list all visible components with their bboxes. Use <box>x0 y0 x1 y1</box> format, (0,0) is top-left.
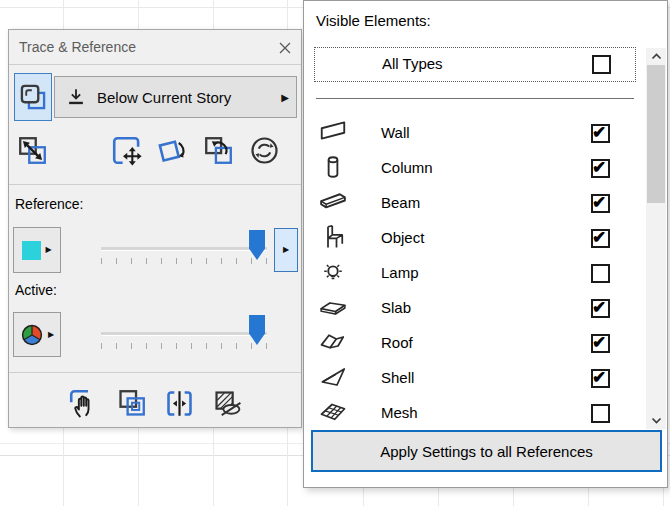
active-label: Active: <box>15 282 57 298</box>
reference-expand-button[interactable]: ▶ <box>274 228 298 272</box>
scrollbar-thumb[interactable] <box>647 65 665 203</box>
element-row-column[interactable]: Column ✔ <box>304 151 646 186</box>
drag-reference-button[interactable] <box>66 385 100 421</box>
all-types-checkbox[interactable] <box>592 55 611 74</box>
reference-color-swatch <box>22 241 41 260</box>
slider-ticks <box>101 258 267 264</box>
chevron-right-icon: ▶ <box>48 331 54 339</box>
trace-toolbar-bottom <box>9 384 301 422</box>
switch-reference-and-active-icon <box>17 135 48 166</box>
download-icon <box>65 86 87 108</box>
scroll-up-button[interactable] <box>646 48 666 65</box>
reference-story-label: Below Current Story <box>97 89 281 106</box>
lamp-checkbox[interactable] <box>591 264 610 283</box>
active-color-pie-icon <box>20 323 44 347</box>
trace-reference-palette: Trace & Reference Below Current Story ▶ … <box>8 29 302 428</box>
shell-checkbox[interactable]: ✔ <box>591 369 610 388</box>
roof-checkbox[interactable]: ✔ <box>591 334 610 353</box>
element-row-wall[interactable]: Wall ✔ <box>304 116 646 151</box>
move-reference-icon <box>111 135 142 166</box>
shell-icon <box>318 363 348 393</box>
hide-reference-fills-icon <box>212 388 243 419</box>
trace-toggle-icon <box>19 83 47 111</box>
element-label: Column <box>381 159 433 176</box>
reference-story-dropdown[interactable]: Below Current Story ▶ <box>54 76 297 118</box>
column-checkbox[interactable]: ✔ <box>591 159 610 178</box>
divider <box>9 372 301 373</box>
active-color-button[interactable]: ▶ <box>13 312 61 357</box>
element-label: Wall <box>381 124 410 141</box>
split-reference-icon <box>164 388 195 419</box>
hide-reference-fills-button[interactable] <box>210 385 244 421</box>
reset-reference-position-icon <box>203 135 234 166</box>
mesh-icon <box>318 398 348 426</box>
make-reference-transparent-button[interactable] <box>114 385 148 421</box>
chevron-right-icon: ▶ <box>283 246 289 254</box>
divider <box>9 184 301 185</box>
chevron-right-icon: ▶ <box>45 246 51 254</box>
object-checkbox[interactable]: ✔ <box>591 229 610 248</box>
slider-ticks <box>101 343 267 349</box>
beam-checkbox[interactable]: ✔ <box>591 194 610 213</box>
object-icon <box>318 223 348 253</box>
switch-reference-and-active-button[interactable] <box>15 132 49 168</box>
element-label: Object <box>381 229 424 246</box>
divider <box>9 64 301 65</box>
slider-thumb[interactable] <box>249 230 265 260</box>
element-row-object[interactable]: Object ✔ <box>304 221 646 256</box>
element-row-shell[interactable]: Shell ✔ <box>304 361 646 396</box>
chevron-up-icon <box>651 53 662 60</box>
split-reference-button[interactable] <box>162 385 196 421</box>
element-label: Mesh <box>381 404 418 421</box>
roof-icon <box>318 328 348 358</box>
make-reference-transparent-icon <box>116 388 147 419</box>
element-label: Lamp <box>381 264 419 281</box>
slab-checkbox[interactable]: ✔ <box>591 299 610 318</box>
slab-icon <box>318 293 348 323</box>
visible-elements-panel: Visible Elements: All Types Wall ✔ Colum… <box>303 0 668 488</box>
slider-track[interactable] <box>101 332 267 336</box>
reference-label: Reference: <box>15 196 83 212</box>
element-row-roof[interactable]: Roof ✔ <box>304 326 646 361</box>
rebuild-reference-button[interactable] <box>247 132 281 168</box>
lamp-icon <box>318 258 348 288</box>
rotate-reference-icon <box>157 135 188 166</box>
scroll-down-button[interactable] <box>646 412 666 429</box>
reference-opacity-slider[interactable] <box>101 227 267 273</box>
move-reference-button[interactable] <box>109 132 143 168</box>
element-row-lamp[interactable]: Lamp <box>304 256 646 291</box>
element-label: Shell <box>381 369 414 386</box>
element-label: Slab <box>381 299 411 316</box>
trace-toggle-button[interactable] <box>14 73 52 121</box>
element-label: Beam <box>381 194 420 211</box>
element-row-slab[interactable]: Slab ✔ <box>304 291 646 326</box>
apply-settings-button[interactable]: Apply Settings to all References <box>311 430 662 472</box>
slider-track[interactable] <box>101 247 267 251</box>
chevron-down-icon <box>651 417 662 424</box>
active-opacity-slider[interactable] <box>101 312 267 358</box>
all-types-row[interactable]: All Types <box>314 47 636 82</box>
chevron-right-icon: ▶ <box>281 92 289 103</box>
visible-elements-title: Visible Elements: <box>316 12 431 29</box>
element-label: Roof <box>381 334 413 351</box>
column-icon <box>318 153 348 183</box>
palette-title: Trace & Reference <box>19 39 136 55</box>
palette-titlebar[interactable]: Trace & Reference <box>9 30 301 64</box>
rotate-reference-button[interactable] <box>155 132 189 168</box>
wall-checkbox[interactable]: ✔ <box>591 124 610 143</box>
rebuild-reference-icon <box>249 135 280 166</box>
close-icon[interactable] <box>275 38 295 58</box>
mesh-checkbox[interactable] <box>591 404 610 423</box>
all-types-label: All Types <box>382 55 443 72</box>
element-row-beam[interactable]: Beam ✔ <box>304 186 646 221</box>
wall-icon <box>318 118 348 148</box>
slider-thumb[interactable] <box>249 315 265 345</box>
canvas: Trace & Reference Below Current Story ▶ … <box>0 0 670 506</box>
reference-color-button[interactable]: ▶ <box>13 227 61 273</box>
beam-icon <box>318 188 348 218</box>
element-row-mesh[interactable]: Mesh <box>304 396 646 426</box>
scrollbar[interactable] <box>646 48 666 429</box>
trace-toolbar-top <box>15 131 281 169</box>
reset-reference-position-button[interactable] <box>201 132 235 168</box>
visible-elements-list: Wall ✔ Column ✔ Beam ✔ Object ✔ Lamp Sla… <box>304 99 646 426</box>
